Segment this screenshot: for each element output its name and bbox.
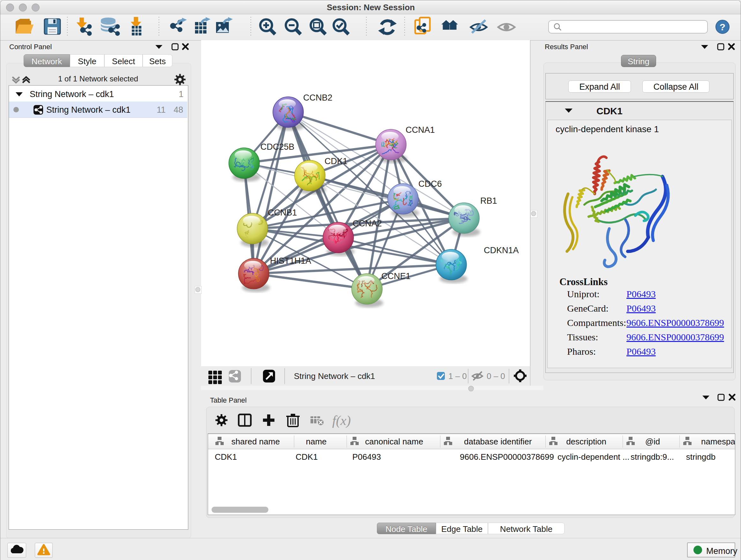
svg-text:f(x): f(x) bbox=[332, 413, 351, 428]
svg-text:?: ? bbox=[720, 22, 725, 32]
